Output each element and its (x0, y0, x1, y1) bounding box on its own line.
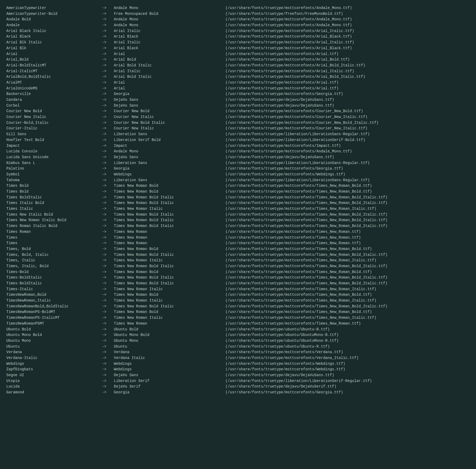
font-name: Lucida (6, 384, 102, 390)
table-row: Baskerville->Georgia(/usr/share/fonts/tr… (6, 91, 470, 97)
font-name: Times Roman (6, 229, 102, 235)
arrow: -> (102, 28, 114, 34)
table-row: Times-Bold->Times New Roman Bold(/usr/sh… (6, 269, 470, 275)
mapped-font: Times New Roman Bold Italic (114, 200, 225, 206)
arrow: -> (102, 69, 114, 74)
font-name: Arial Black (6, 34, 102, 40)
mapped-font: Arial (114, 51, 225, 57)
font-path: (/usr/share/fonts/truetype/dejavu/DejaVu… (225, 97, 470, 103)
font-name: TimesNewRomanPS-ItalicMT (6, 315, 102, 321)
arrow: -> (102, 275, 114, 281)
mapped-font: Ubuntu Mono (114, 338, 225, 344)
table-row: Arial-BoldItalicMT->Arial Bold Italic(/u… (6, 63, 470, 69)
table-row: Courier-Italic->Courier New Italic(/usr/… (6, 126, 470, 131)
table-row: ArialBold,BoldItalic->Arial Bold Italic(… (6, 74, 470, 80)
font-path: (/usr/share/fonts/truetype/msttcorefonts… (225, 286, 470, 292)
arrow: -> (102, 45, 114, 51)
font-name: TimesNewRoman,Italic (6, 298, 102, 304)
arrow: -> (102, 315, 114, 321)
table-row: Verdana-Italic->Verdana Italic(/usr/shar… (6, 355, 470, 361)
mapped-font: Arial Black (114, 34, 225, 40)
table-row: Segoe UI->DejaVu Sans(/usr/share/fonts/t… (6, 372, 470, 378)
table-row: TimesNewRomanPS-BoldMT->Times New Roman … (6, 309, 470, 315)
arrow: -> (102, 361, 114, 367)
font-path: (/usr/share/fonts/truetype/msttcorefonts… (225, 355, 470, 361)
font-name: Candara (6, 97, 102, 103)
font-name: Baskerville (6, 91, 102, 97)
arrow: -> (102, 229, 114, 235)
arrow: -> (102, 200, 114, 206)
table-row: Times, Bold->Times New Roman Bold(/usr/s… (6, 246, 470, 252)
font-name: Times Bold (6, 183, 102, 189)
mapped-font: Free Monospaced Bold (114, 11, 225, 17)
font-path: (/usr/share/fonts/truetype/ubuntu/Ubuntu… (225, 344, 470, 350)
arrow: -> (102, 183, 114, 189)
font-name: Courier New Bold (6, 108, 102, 114)
mapped-font: Georgia (114, 166, 225, 172)
mapped-font: Arial (114, 86, 225, 92)
font-name: ArialBold,BoldItalic (6, 74, 102, 80)
font-name: Ubuntu Mono (6, 338, 102, 344)
mapped-font: Times New Roman Bold (114, 189, 225, 195)
font-name: Impact (6, 143, 102, 149)
mapped-font: Times New Roman Bold Italic (114, 212, 225, 218)
mapped-font: Arial Bold Italic (114, 74, 225, 80)
mapped-font: Webdings (114, 172, 225, 177)
arrow: -> (102, 154, 114, 160)
table-row: Webdings->Webdings(/usr/share/fonts/true… (6, 361, 470, 367)
arrow: -> (102, 281, 114, 286)
table-row: Times Italic Bold->Times New Roman Bold … (6, 200, 470, 206)
font-name: Arial,Bold (6, 57, 102, 63)
font-path: (/usr/share/fonts/truetype/msttcorefonts… (225, 143, 470, 149)
font-name: Times (6, 240, 102, 246)
font-name: Times New Roman Italic Bold (6, 217, 102, 223)
font-name: Arial Blk (6, 45, 102, 51)
mapped-font: Times New Roman Bold Italic (114, 252, 225, 258)
table-row: Symbol->Webdings(/usr/share/fonts/truety… (6, 172, 470, 177)
table-row: TimesNewRomanBold,BoldItalic->Times New … (6, 304, 470, 309)
font-path: (/usr/share/fonts/truetype/msttcorefonts… (225, 263, 470, 269)
arrow: -> (102, 40, 114, 45)
font-name: Lucida Sans Unicode (6, 154, 102, 160)
table-row: Arial Blk Italic->Arial Italic(/usr/shar… (6, 40, 470, 45)
table-row: Tahoma->Liberation Sans(/usr/share/fonts… (6, 177, 470, 183)
mapped-font: Times New Roman Italic (114, 298, 225, 304)
arrow: -> (102, 292, 114, 298)
mapped-font: Courier New Bold (114, 108, 225, 114)
font-name: Verdana (6, 349, 102, 355)
arrow: -> (102, 120, 114, 126)
font-name: Times, Italic, Bold (6, 263, 102, 269)
font-name: Webdings (6, 361, 102, 367)
arrow: -> (102, 269, 114, 275)
font-name: Andale (6, 22, 102, 28)
font-path: (/usr/share/fonts/truetype/msttcorefonts… (225, 349, 470, 355)
arrow: -> (102, 263, 114, 269)
font-name: Times, Bold, Italic (6, 252, 102, 258)
table-row: Courier-Bold,Italic->Courier New Bold It… (6, 120, 470, 126)
arrow: -> (102, 11, 114, 17)
font-path: (/usr/share/fonts/truetype/msttcorefonts… (225, 298, 470, 304)
font-name: Times-Italic (6, 286, 102, 292)
mapped-font: Arial Italic (114, 28, 225, 34)
font-path: (/usr/share/fonts/truetype/ubuntu/Ubuntu… (225, 327, 470, 333)
font-path: (/usr/share/fonts/truetype/msttcorefonts… (225, 91, 470, 97)
mapped-font: Times New Roman Bold Italic (114, 217, 225, 223)
table-row: Courier New Bold->Courier New Bold(/usr/… (6, 108, 470, 114)
table-row: Arial Blk->Arial Black(/usr/share/fonts/… (6, 45, 470, 51)
mapped-font: Arial Italic (114, 40, 225, 45)
font-name: Times New Italic Bold (6, 212, 102, 218)
font-name: Garamond (6, 390, 102, 395)
arrow: -> (102, 378, 114, 384)
font-name: Arial-BoldItalicMT (6, 63, 102, 69)
table-row: Times New Italic Bold->Times New Roman B… (6, 212, 470, 218)
arrow: -> (102, 80, 114, 86)
mapped-font: Georgia (114, 390, 225, 395)
font-name: Times (6, 235, 102, 241)
font-name: Times Italic (6, 206, 102, 212)
mapped-font: Times New Roman (114, 240, 225, 246)
font-path: (/usr/share/fonts/truetype/msttcorefonts… (225, 114, 470, 120)
font-path: (/usr/share/fonts/truetype/msttcorefonts… (225, 189, 470, 195)
table-row: Utopia->Liberation Serif(/usr/share/font… (6, 378, 470, 384)
table-row: ArialUnicodeMS->Arial(/usr/share/fonts/t… (6, 86, 470, 92)
mapped-font: Times New Roman (114, 321, 225, 327)
